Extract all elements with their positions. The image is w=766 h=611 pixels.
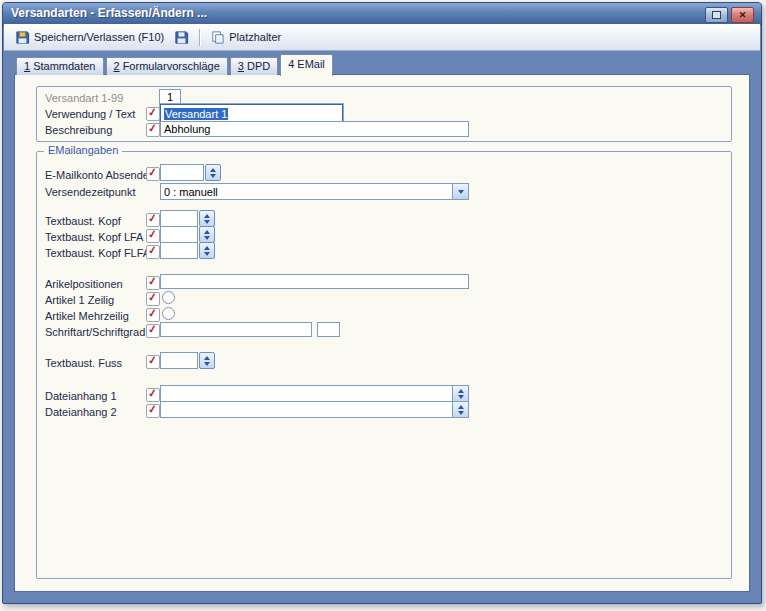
tab-dpd[interactable]: 3DPD [230, 57, 278, 75]
title-bar[interactable]: Versandarten - Erfassen/Ändern ... ✕ [3, 3, 761, 25]
dateianhang2-field[interactable] [160, 401, 469, 418]
textbaust-kopf-lfa-label: Textbaust. Kopf LFA [45, 231, 143, 243]
platzhalter-label: Platzhalter [229, 31, 281, 43]
tab-number: 1 [24, 60, 30, 72]
dialog-window: Versandarten - Erfassen/Ändern ... ✕ Spe… [2, 2, 762, 604]
dateianhang1-label: Dateianhang 1 [45, 390, 117, 402]
spinner-updown-icon[interactable] [205, 164, 221, 181]
versendezeitpunkt-combobox[interactable]: 0 : manuell [160, 183, 469, 200]
tab-number: 2 [114, 60, 120, 72]
window-controls: ✕ [705, 7, 754, 23]
textbaust-kopf-label: Textbaust. Kopf [45, 215, 121, 227]
tab-formularvorschlaege[interactable]: 2Formularvorschläge [106, 57, 228, 75]
emailangaben-legend: EMailangaben [44, 144, 122, 156]
emailkonto-field[interactable] [160, 164, 204, 181]
toolbar: Speichern/Verlassen (F10) Platzhalter [4, 24, 760, 51]
close-icon: ✕ [739, 11, 747, 20]
versendezeitpunkt-value: 0 : manuell [161, 186, 452, 198]
arikelpositionen-field[interactable] [160, 274, 469, 289]
toolbar-separator [199, 29, 200, 46]
tab-label: DPD [247, 60, 270, 72]
textbaust-fuss-label: Textbaust. Fuss [45, 357, 122, 369]
spinner-updown-icon[interactable] [452, 402, 468, 417]
edit-check-icon[interactable] [146, 404, 160, 418]
platzhalter-button[interactable]: Platzhalter [205, 28, 286, 47]
edit-check-icon[interactable] [146, 107, 160, 121]
tab-label: Stammdaten [33, 60, 95, 72]
spinner-updown-icon[interactable] [199, 352, 215, 369]
artikel-1zeilig-radio[interactable] [162, 291, 175, 304]
maximize-button[interactable] [705, 7, 728, 23]
close-button[interactable]: ✕ [731, 7, 754, 23]
save-icon [15, 30, 30, 45]
emailangaben-groupbox: EMailangaben E-Mailkonto Absender Versen… [36, 151, 732, 579]
maximize-icon [712, 11, 721, 19]
textbaust-kopf-flfa-label: Textbaust. Kopf FLFA [45, 247, 150, 259]
schriftart-field[interactable] [160, 322, 312, 337]
edit-check-icon[interactable] [146, 292, 160, 306]
copy-pages-icon [210, 30, 225, 45]
save-exit-button[interactable]: Speichern/Verlassen (F10) [10, 28, 169, 47]
verwendung-label: Verwendung / Text [45, 108, 135, 120]
emailkonto-label: E-Mailkonto Absender [45, 169, 153, 181]
textbaust-kopf-spinner [160, 210, 215, 227]
tab-panel-email: Versandart 1-99 1 Verwendung / Text Vers… [14, 74, 750, 592]
versandart-number-field[interactable]: 1 [159, 89, 181, 105]
versandart-groupbox: Versandart 1-99 1 Verwendung / Text Vers… [36, 86, 732, 142]
tab-email[interactable]: 4EMail [280, 54, 333, 76]
save-exit-label: Speichern/Verlassen (F10) [34, 31, 164, 43]
artikel-1zeilig-label: Artikel 1 Zeilig [45, 294, 114, 306]
save-button[interactable] [169, 28, 194, 47]
edit-check-icon[interactable] [146, 355, 160, 369]
emailkonto-spinner [160, 164, 221, 181]
edit-check-icon[interactable] [146, 324, 160, 338]
edit-check-icon[interactable] [146, 213, 160, 227]
artikel-mehrzeilig-label: Artikel Mehrzeilig [45, 310, 129, 322]
window-title: Versandarten - Erfassen/Ändern ... [11, 6, 207, 20]
edit-check-icon[interactable] [146, 388, 160, 402]
textbaust-kopf-flfa-spinner [160, 242, 215, 259]
arikelpositionen-label: Arikelpositionen [45, 278, 123, 290]
tab-stammdaten[interactable]: 1Stammdaten [16, 57, 104, 75]
edit-check-icon[interactable] [146, 123, 160, 137]
spinner-updown-icon[interactable] [199, 242, 215, 259]
versandart-label: Versandart 1-99 [45, 92, 123, 104]
spinner-updown-icon[interactable] [199, 226, 215, 243]
versandart-number-value: 1 [167, 91, 173, 103]
tab-number: 4 [288, 58, 294, 70]
beschreibung-field[interactable]: Abholung [160, 121, 469, 137]
beschreibung-label: Beschreibung [45, 124, 112, 136]
tab-strip: 1Stammdaten 2Formularvorschläge 3DPD 4EM… [16, 54, 335, 75]
versendezeitpunkt-label: Versendezeitpunkt [45, 186, 136, 198]
dateianhang1-field[interactable] [160, 385, 469, 402]
edit-check-icon[interactable] [146, 229, 160, 243]
edit-check-icon[interactable] [146, 245, 160, 259]
tab-number: 3 [238, 60, 244, 72]
edit-check-icon[interactable] [146, 167, 160, 181]
textbaust-kopf-flfa-field[interactable] [160, 242, 198, 259]
edit-check-icon[interactable] [146, 276, 160, 290]
schriftgrad-field[interactable] [317, 322, 340, 337]
edit-check-icon[interactable] [146, 308, 160, 322]
textbaust-fuss-field[interactable] [160, 352, 198, 369]
textbaust-kopf-lfa-field[interactable] [160, 226, 198, 243]
tab-label: EMail [297, 58, 325, 70]
artikel-mehrzeilig-radio[interactable] [162, 307, 175, 320]
verwendung-selected-text: Versandart 1 [164, 108, 228, 120]
spinner-updown-icon[interactable] [452, 386, 468, 401]
textbaust-kopf-field[interactable] [160, 210, 198, 227]
textbaust-kopf-lfa-spinner [160, 226, 215, 243]
beschreibung-value: Abholung [164, 123, 211, 135]
tab-label: Formularvorschläge [123, 60, 220, 72]
dropdown-arrow-icon[interactable] [452, 184, 468, 199]
save-icon [174, 30, 189, 45]
schriftart-label: Schriftart/Schriftgrad [45, 326, 145, 338]
dateianhang2-label: Dateianhang 2 [45, 406, 117, 418]
textbaust-fuss-spinner [160, 352, 215, 369]
spinner-updown-icon[interactable] [199, 210, 215, 227]
